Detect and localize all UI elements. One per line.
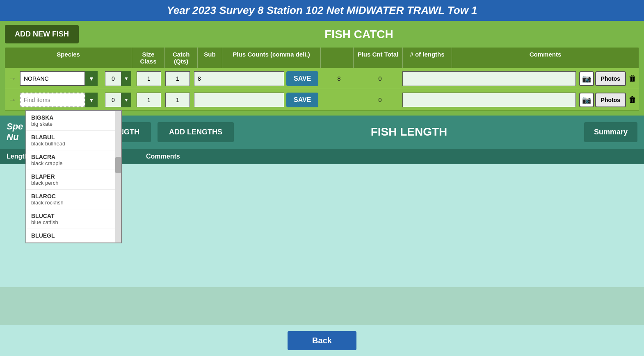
add-lengths-button[interactable]: ADD LENGTHS (158, 122, 234, 142)
col-header-plus-cnt: Plus Cnt Total (354, 48, 403, 68)
col-header-size: Size Class (132, 48, 165, 68)
dropdown-item-blabul[interactable]: BLABUL black bullhead (26, 131, 121, 150)
save-button-2[interactable]: SAVE (286, 93, 318, 107)
dropdown-item-blaroc[interactable]: BLAROC black rockfish (26, 190, 121, 209)
plus-counts-input-2[interactable] (194, 93, 284, 107)
size-input-1[interactable] (105, 71, 121, 86)
col-header-sub: Sub (198, 48, 222, 68)
catch-input-2[interactable] (137, 93, 161, 107)
dropdown-item-blaper[interactable]: BLAPER black perch (26, 170, 121, 190)
dropdown-item-name-blucat: blue catfish (31, 219, 116, 225)
fish-row-2: → ▼ ▼ SAVE 0 📷 Photos 🗑 BIGSKA big skate (5, 89, 639, 111)
lch-comments: Comments (146, 153, 637, 160)
header-bar: Year 2023 Survey 8 Station 102 Net MIDWA… (0, 0, 644, 21)
back-button[interactable]: Back (288, 331, 356, 350)
size-cell-2: ▼ (102, 93, 135, 107)
arrow-right-icon-1: → (8, 74, 16, 83)
top-section: ADD NEW FISH FISH CATCH Species Size Cla… (0, 21, 644, 116)
col-header-species: Species (5, 48, 132, 68)
sp-nu-label-line2: Nu (7, 132, 18, 142)
plus-cnt-total-1: 8 (318, 75, 359, 82)
species-dropdown-2: ▼ (20, 93, 102, 107)
photos-button-2[interactable]: Photos (595, 93, 626, 107)
size-arrow-btn-2[interactable]: ▼ (121, 93, 131, 107)
dropdown-item-name-blaper: black perch (31, 180, 116, 186)
col-header-num-lengths: # of lengths (403, 48, 452, 68)
size-input-2[interactable] (105, 93, 121, 107)
size-cell-1: ▼ (102, 71, 135, 86)
dropdown-item-code-blucat: BLUCAT (31, 213, 116, 219)
trash-icon-1: 🗑 (628, 74, 637, 83)
num-lengths-2: 0 (359, 96, 400, 103)
species-dropdown-arrow-2[interactable]: ▼ (85, 93, 98, 107)
comments-input-2[interactable] (402, 93, 575, 107)
add-new-fish-button[interactable]: ADD NEW FISH (5, 25, 79, 43)
species-input-1[interactable] (20, 71, 85, 86)
camera-button-2[interactable]: 📷 (579, 93, 594, 107)
species-input-2[interactable] (20, 93, 85, 107)
species-dropdown-arrow-1[interactable]: ▼ (85, 71, 98, 86)
dropdown-item-code-blaroc: BLAROC (31, 193, 116, 200)
arrow-right-icon-2: → (8, 95, 16, 104)
dropdown-item-code-blacra: BLACRA (31, 154, 116, 160)
fish-length-title: FISH LENGTH (240, 125, 578, 138)
dropdown-item-bigska[interactable]: BIGSKA big skate (26, 111, 121, 131)
camera-icon-1: 📷 (582, 74, 591, 83)
comments-input-1[interactable] (402, 71, 575, 86)
sub-input-1[interactable] (165, 71, 190, 86)
fish-catch-title: FISH CATCH (79, 28, 639, 41)
col-header-plus-counts: Plus Counts (comma deli.) (222, 48, 321, 68)
col-header-catch: Catch (Qts) (165, 48, 198, 68)
species-dropdown-list: BIGSKA big skate BLABUL black bullhead B… (25, 110, 122, 243)
dropdown-item-name-blabul: black bullhead (31, 141, 116, 147)
camera-icon-2: 📷 (582, 95, 591, 104)
sp-nu-label-line1: Spe (7, 121, 23, 132)
dropdown-item-name-blaroc: black rockfish (31, 200, 116, 206)
dropdown-item-code-blaper: BLAPER (31, 173, 116, 180)
summary-button[interactable]: Summary (584, 122, 637, 142)
dropdown-item-blacra[interactable]: BLACRA black crappie (26, 150, 121, 170)
num-lengths-1: 0 (359, 75, 400, 82)
trash-icon-2: 🗑 (628, 95, 637, 104)
column-headers: Species Size Class Catch (Qts) Sub Plus … (5, 48, 639, 68)
save-button-1[interactable]: SAVE (286, 71, 318, 86)
trash-button-1[interactable]: 🗑 (628, 74, 637, 83)
trash-button-2[interactable]: 🗑 (628, 95, 637, 104)
size-arrow-btn-1[interactable]: ▼ (121, 71, 131, 86)
header-title: Year 2023 Survey 8 Station 102 Net MIDWA… (167, 4, 477, 16)
col-header-save (321, 48, 354, 68)
dropdown-item-name-bigska: big skate (31, 121, 116, 127)
camera-button-1[interactable]: 📷 (579, 71, 594, 86)
dropdown-item-blucat[interactable]: BLUCAT blue catfish (26, 209, 121, 229)
dropdown-item-code-blabul: BLABUL (31, 134, 116, 141)
fish-row-1: → ▼ ▼ SAVE 8 0 📷 Photos 🗑 (5, 68, 639, 89)
sub-input-2[interactable] (165, 93, 190, 107)
plus-counts-input-1[interactable] (194, 71, 284, 86)
top-row: ADD NEW FISH FISH CATCH (5, 25, 639, 43)
catch-input-1[interactable] (137, 71, 161, 86)
bottom-bar: Back (0, 325, 644, 356)
row-arrow-1: → (5, 74, 20, 83)
dropdown-item-code-bigska: BIGSKA (31, 114, 116, 121)
species-dropdown-1: ▼ (20, 71, 102, 86)
col-header-comments: Comments (452, 48, 639, 68)
dropdown-item-name-blacra: black crappie (31, 160, 116, 166)
dropdown-item-code-bluegl: BLUEGL (31, 232, 116, 239)
row-arrow-2: → (5, 95, 20, 104)
photos-button-1[interactable]: Photos (595, 71, 626, 86)
dropdown-item-bluegl[interactable]: BLUEGL (26, 229, 121, 243)
